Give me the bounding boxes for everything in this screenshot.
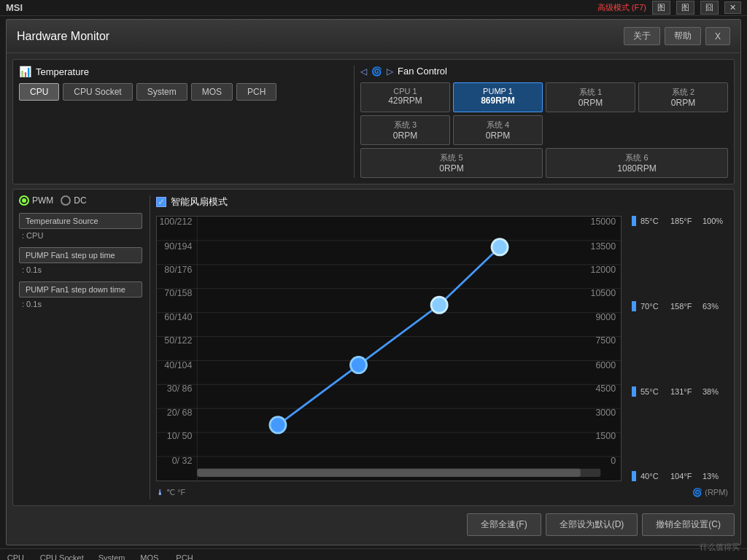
step-down-group: PUMP Fan1 step down time : 0.1s <box>19 281 142 308</box>
fan-control-title: Fan Control <box>398 66 447 77</box>
dc-radio[interactable]: DC <box>61 195 86 206</box>
svg-point-37 <box>492 239 508 255</box>
chart-with-scale: 100/212 90/194 80/176 70/158 60/140 50/1… <box>156 216 728 481</box>
fan-rpm-sys4: 0RPM <box>460 131 536 141</box>
scale-row-3: 55°C 131°F 38% <box>632 386 728 397</box>
fan-item-sys1[interactable]: 系统 1 0RPM <box>546 82 635 112</box>
svg-text:12000: 12000 <box>591 265 616 275</box>
stat-cpu-name: CPU <box>7 553 24 560</box>
temp-stats-row: CPU 29°C 84°F CPU Socket 21°C 69°F Syste… <box>6 553 741 560</box>
topbar-close-btn[interactable]: ✕ <box>724 1 741 14</box>
svg-point-34 <box>270 417 286 433</box>
step-up-button[interactable]: PUMP Fan1 step up time <box>19 247 142 263</box>
fan-name-sys4: 系统 4 <box>460 120 536 131</box>
set-default-button[interactable]: 全部设为默认(D) <box>546 513 638 536</box>
svg-rect-0 <box>157 217 621 481</box>
chart-checkbox[interactable]: ✓ <box>156 197 166 207</box>
temperature-panel: 📊 Temperature CPU CPU Socket System MOS … <box>19 66 355 178</box>
window-title: Hardware Monitor <box>17 30 109 43</box>
fan-rpm-cpu1: 429RPM <box>367 96 444 106</box>
scale-temp-c-3: 55°C <box>640 387 666 396</box>
svg-text:15000: 15000 <box>591 217 616 227</box>
temp-unit-label: 🌡 ℃ °F <box>156 488 185 497</box>
temp-btn-cpu-socket[interactable]: CPU Socket <box>63 83 132 101</box>
scale-row-2: 70°C 158°F 63% <box>632 301 728 311</box>
fan-item-sys4[interactable]: 系统 4 0RPM <box>453 115 543 145</box>
stat-mos-name: MOS <box>140 553 158 560</box>
advanced-mode-btn[interactable]: 高级模式 (F7) <box>597 2 646 13</box>
fan-rpm-pump1: 869RPM <box>460 96 536 106</box>
svg-text:0/ 32: 0/ 32 <box>172 456 193 466</box>
svg-text:10500: 10500 <box>591 288 616 298</box>
mode-selector: PWM DC <box>19 195 142 206</box>
cancel-all-button[interactable]: 撤销全部设置(C) <box>642 513 735 536</box>
stat-pch-name: PCH <box>176 553 193 560</box>
scale-bar-4 <box>632 471 636 481</box>
fan-grid-row1: CPU 1 429RPM PUMP 1 869RPM 系统 1 0RPM 系统 … <box>360 82 728 145</box>
topbar-icon-btn-3[interactable]: 囧 <box>700 1 719 15</box>
svg-rect-39 <box>197 469 580 477</box>
hardware-monitor-window: Hardware Monitor 关于 帮助 X 📊 Temperature C… <box>6 19 741 545</box>
full-speed-button[interactable]: 全部全速(F) <box>467 513 541 536</box>
fan-item-sys5[interactable]: 系统 5 0RPM <box>360 148 543 178</box>
window-titlebar: Hardware Monitor 关于 帮助 X <box>7 20 740 53</box>
temp-c-unit: ℃ <box>166 488 175 497</box>
svg-text:40/104: 40/104 <box>164 360 192 370</box>
svg-text:3000: 3000 <box>595 408 616 418</box>
temp-source-button[interactable]: Temperature Source <box>19 213 142 229</box>
fan-rpm-sys1: 0RPM <box>552 98 629 108</box>
scale-row-4: 40°C 104°F 13% <box>632 471 728 481</box>
fan-rpm-sys2: 0RPM <box>645 98 721 108</box>
fan-name-sys6: 系统 6 <box>552 152 721 163</box>
svg-point-35 <box>350 357 366 373</box>
fan-item-pump1[interactable]: PUMP 1 869RPM <box>453 82 543 112</box>
step-down-button[interactable]: PUMP Fan1 step down time <box>19 281 142 298</box>
fan-item-sys2[interactable]: 系统 2 0RPM <box>638 82 728 112</box>
scale-temp-c-2: 70°C <box>640 302 666 311</box>
svg-text:50/122: 50/122 <box>164 335 192 346</box>
step-down-value: : 0.1s <box>19 300 142 308</box>
fan-item-sys3[interactable]: 系统 3 0RPM <box>360 115 450 145</box>
svg-text:30/ 86: 30/ 86 <box>167 384 193 394</box>
scale-temp-f-4: 104°F <box>670 472 698 481</box>
titlebar-buttons: 关于 帮助 X <box>624 27 730 45</box>
fan-item-sys6[interactable]: 系统 6 1080RPM <box>546 148 728 178</box>
pwm-radio-inner <box>22 198 26 203</box>
close-button[interactable]: X <box>705 27 730 45</box>
chart-labels-bottom: 🌡 ℃ °F 🌀 (RPM) <box>156 486 728 499</box>
temp-btn-system[interactable]: System <box>136 83 187 101</box>
scale-bar-1 <box>632 216 636 226</box>
fan-name-sys1: 系统 1 <box>552 87 629 98</box>
topbar-icon-btn-1[interactable]: 图 <box>652 1 670 15</box>
rpm-label-text: (RPM) <box>705 488 728 497</box>
temp-f-unit: °F <box>177 488 185 497</box>
chart-container[interactable]: 100/212 90/194 80/176 70/158 60/140 50/1… <box>156 216 622 481</box>
svg-point-36 <box>431 297 447 313</box>
fan-name-pump1: PUMP 1 <box>460 87 536 96</box>
pwm-radio[interactable]: PWM <box>19 195 53 206</box>
fan-item-cpu1[interactable]: CPU 1 429RPM <box>360 82 450 112</box>
svg-text:13500: 13500 <box>591 241 616 252</box>
action-buttons: 全部全速(F) 全部设为默认(D) 撤销全部设置(C) <box>12 510 735 539</box>
thermometer-icon: 🌡 <box>156 488 164 497</box>
svg-text:20/ 68: 20/ 68 <box>167 408 193 418</box>
svg-text:6000: 6000 <box>595 360 616 370</box>
scale-pct-3: 38% <box>703 387 719 396</box>
temperature-buttons: CPU CPU Socket System MOS PCH <box>19 83 347 101</box>
fan-control-header: ◁ 🌀 ▷ Fan Control <box>360 66 728 77</box>
temp-btn-mos[interactable]: MOS <box>191 83 233 101</box>
topbar-icon-btn-2[interactable]: 图 <box>676 1 694 15</box>
temp-btn-cpu[interactable]: CPU <box>19 83 59 101</box>
help-button[interactable]: 帮助 <box>665 27 701 45</box>
scale-bar-2 <box>632 301 636 311</box>
stat-cpu: CPU 29°C 84°F <box>6 553 26 560</box>
bottom-stats: CPU 29°C 84°F CPU Socket 21°C 69°F Syste… <box>0 548 747 560</box>
fan-grid-row2: 系统 5 0RPM 系统 6 1080RPM <box>360 148 728 178</box>
fan-name-sys2: 系统 2 <box>645 87 721 98</box>
dc-radio-circle <box>61 195 71 206</box>
right-scale: 85°C 185°F 100% 70°C 158°F 63% 55° <box>626 216 728 481</box>
about-button[interactable]: 关于 <box>624 27 660 45</box>
temp-btn-pch[interactable]: PCH <box>236 83 276 101</box>
msi-topbar: MSI 高级模式 (F7) 图 图 囧 ✕ <box>0 0 747 16</box>
chart-area: ✓ 智能风扇模式 <box>156 195 728 499</box>
